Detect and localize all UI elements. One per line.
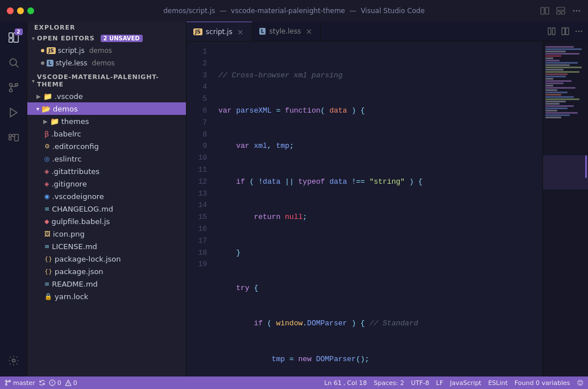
tree-item-gulpfile[interactable]: ◆ gulpfile.babel.js [27,215,186,227]
minimap-line [545,105,574,107]
encoding-item[interactable]: UTF-8 [411,379,429,387]
linter-item[interactable]: ESLint [488,379,507,387]
item-chevron-vscode: ▶ [36,93,41,100]
svg-point-34 [52,384,52,384]
folder-icon-themes: 📁 [50,117,59,126]
tree-item-gitattributes[interactable]: ◈ .gitattributes [27,165,186,177]
minimap-line [545,60,560,61]
tree-item-package-lock[interactable]: {} package-lock.json [27,253,186,265]
settings-button[interactable] [2,349,25,372]
line-col-item[interactable]: Ln 61, Col 18 [324,379,367,387]
editor-layout-icon[interactable] [561,27,570,36]
minimize-button[interactable] [17,7,24,14]
svg-rect-20 [14,134,18,141]
emoji-item[interactable]: 😊 [577,379,583,387]
tree-item-themes[interactable]: ▶ 📁 themes [27,115,186,127]
linter-label: ESLint [488,379,507,387]
more-actions-icon[interactable] [572,6,581,15]
project-folder-header[interactable]: ▾ VSCODE-MATERIAL-PALENIGHT-THEME [27,72,186,90]
line-numbers: 12345 678910 1112131415 16171819 [187,42,214,376]
tree-item-demos[interactable]: ▾ 📂 demos [27,102,186,115]
tree-item-changelog[interactable]: ≡ CHANGELOG.md [27,202,186,215]
tree-item-babelrc[interactable]: β .babelrc [27,127,186,140]
search-button[interactable] [2,51,25,74]
explorer-button[interactable]: 2 [2,26,25,49]
eslint-icon: ◎ [44,155,50,163]
titlebar: demos/script.js — vscode-material-paleni… [0,0,588,22]
svg-rect-1 [545,7,549,14]
svg-rect-25 [566,28,569,35]
svg-rect-22 [548,28,551,35]
line-label: Ln 61 [324,379,342,387]
item-label-changelog: CHANGELOG.md [52,205,113,213]
sync-item[interactable] [39,379,45,386]
svg-point-14 [9,89,12,92]
language-item[interactable]: JavaScript [450,379,481,387]
tree-item-vscode[interactable]: ▶ 📁 .vscode [27,90,186,102]
modified-dot-scriptjs [41,49,44,52]
code-content[interactable]: // Cross-browser xml parsing var parseXM… [214,42,543,376]
item-label-package: package.json [55,267,103,276]
statusbar-right: Ln 61, Col 18 Spaces: 2 UTF-8 LF JavaScr… [324,379,583,387]
split-editor-icon[interactable] [540,6,549,15]
tree-item-icon[interactable]: 🖼 icon.png [27,227,186,240]
warnings-item[interactable]: 0 [65,379,77,387]
babel-icon: β [44,130,49,138]
minimap-line [545,71,579,73]
item-label-themes: themes [61,117,89,126]
open-editors-header[interactable]: ▾ OPEN EDITORS 2 UNSAVED [27,32,186,44]
tree-item-package[interactable]: {} package.json [27,265,186,278]
errors-item[interactable]: 0 [49,379,61,387]
close-button[interactable] [7,7,14,14]
git-branch-icon [5,379,11,386]
title-separator-1: — [220,7,226,15]
tree-item-editorconfig[interactable]: ⚙ .editorconfig [27,140,186,152]
eol-item[interactable]: LF [436,379,443,387]
tree-item-vscodeignore[interactable]: ◉ .vscodeignore [27,190,186,202]
source-control-button[interactable] [2,76,25,99]
tab-close-styleless[interactable]: × [304,27,313,36]
minimap-scrollbar[interactable] [585,155,587,178]
item-label-gulpfile: gulpfile.babel.js [51,217,110,226]
minimap-line [545,101,566,102]
branch-item[interactable]: master [5,379,35,387]
tree-item-yarnlock[interactable]: 🔒 yarn.lock [27,290,186,303]
message-item[interactable]: Found 0 variables [515,379,570,387]
tab-styleless[interactable]: L style.less × [252,22,321,41]
tree-item-readme[interactable]: ≡ README.md [27,278,186,290]
gulp-icon: ◆ [44,218,49,225]
minimap-line [545,92,568,93]
split-right-icon[interactable] [547,27,556,36]
svg-point-13 [9,84,12,86]
item-label-license: LICENSE.md [52,242,97,251]
debug-button[interactable] [2,101,25,124]
code-line-1: // Cross-browser xml parsing [218,70,543,82]
editor-more-icon[interactable] [574,27,583,36]
editor-tabs: JS script.js × L style.less × [187,22,588,42]
spaces-item[interactable]: Spaces: 2 [374,379,404,387]
tree-item-eslintrc[interactable]: ◎ .eslintrc [27,152,186,165]
item-label-yarnlock: yarn.lock [55,292,88,301]
tab-scriptjs[interactable]: JS script.js × [187,22,252,41]
minimap-line [545,67,582,68]
spaces-label: Spaces: 2 [374,379,404,387]
main-area: 2 [0,22,588,376]
open-editors-label: OPEN EDITORS [37,35,95,42]
item-label-vscodeignore: .vscodeignore [52,192,104,201]
language-label: JavaScript [450,379,481,387]
maximize-button[interactable] [27,7,34,14]
tree-item-license[interactable]: ≡ LICENSE.md [27,240,186,253]
extensions-button[interactable] [2,126,25,149]
minimap-line [545,55,561,57]
open-editors-chevron: ▾ [32,35,35,42]
open-file-styleless[interactable]: L style.less demos [27,57,186,69]
traffic-lights [7,7,34,14]
code-line-3: var xml, tmp; [218,140,543,152]
minimap-line [545,103,560,105]
tree-item-gitignore[interactable]: ◈ .gitignore [27,177,186,190]
filepath-styleless: demos [92,59,115,67]
tab-close-scriptjs[interactable]: × [236,27,245,36]
minimap-line [545,73,568,75]
open-file-scriptjs[interactable]: JS script.js demos [27,44,186,57]
layout-icon[interactable] [556,6,565,15]
